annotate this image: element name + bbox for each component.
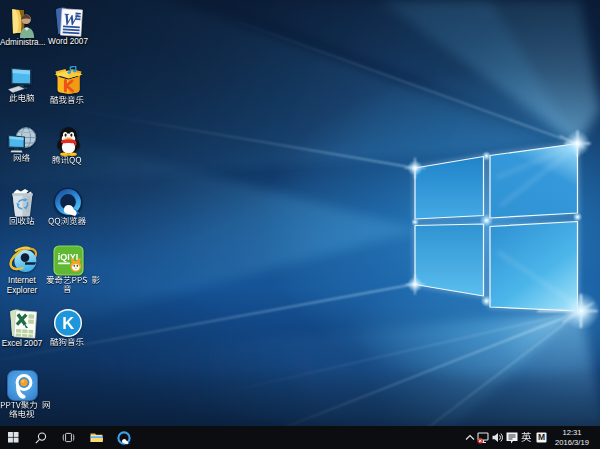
svg-text:iQIYI: iQIYI bbox=[57, 252, 78, 262]
svg-text:M: M bbox=[538, 432, 545, 442]
svg-text:K: K bbox=[62, 314, 74, 332]
